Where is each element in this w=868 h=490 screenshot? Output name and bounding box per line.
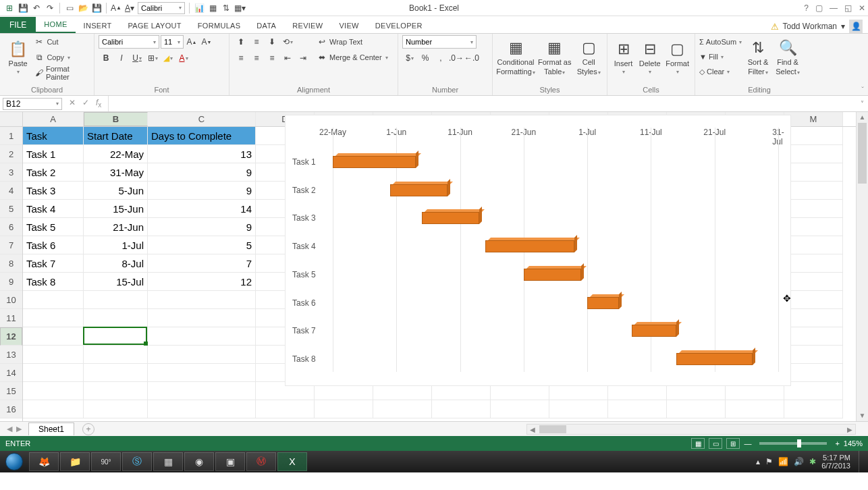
cell[interactable]: 14 [148, 200, 256, 218]
cell-styles-button[interactable]: ▢CellStyles▾ [574, 35, 603, 80]
tab-insert[interactable]: INSERT [76, 18, 120, 33]
fill-color-button[interactable]: ◢▾ [161, 51, 175, 65]
font-grow-icon[interactable]: A▲ [111, 3, 121, 13]
system-clock[interactable]: 5:17 PM 6/7/2013 [821, 454, 850, 470]
minimize-icon[interactable]: — [830, 3, 838, 13]
formula-input[interactable] [108, 96, 856, 111]
column-header[interactable]: B [84, 112, 148, 126]
tray-app-icon[interactable]: ✱ [809, 457, 816, 466]
page-layout-view-button[interactable]: ▭ [709, 438, 722, 449]
zoom-slider[interactable] [759, 442, 827, 445]
chart-bar[interactable] [390, 184, 447, 196]
clear-button[interactable]: ◇Clear▾ [699, 65, 742, 78]
row-header[interactable]: 4 [0, 182, 22, 200]
delete-cells-button[interactable]: ⊟Delete▾ [638, 35, 661, 80]
taskbar-excel[interactable]: X [277, 452, 307, 471]
row-header[interactable]: 12 [0, 327, 22, 346]
paste-button[interactable]: 📋 Paste▾ [4, 35, 32, 80]
find-select-button[interactable]: 🔍Find &Select▾ [774, 35, 801, 80]
row-header[interactable]: 3 [0, 163, 22, 182]
cell[interactable] [784, 127, 843, 145]
row-header[interactable]: 7 [0, 236, 22, 254]
save-icon[interactable]: 💾 [18, 3, 28, 13]
grow-font-button[interactable]: A▲ [185, 35, 198, 49]
cell[interactable]: 9 [148, 163, 256, 182]
cell[interactable] [784, 309, 843, 327]
cell[interactable] [784, 182, 843, 200]
cell[interactable]: 8-Jul [84, 254, 148, 273]
tab-developer[interactable]: DEVELOPER [367, 18, 431, 33]
ribbon-options-icon[interactable]: ▢ [815, 3, 823, 13]
cell[interactable] [148, 327, 256, 346]
align-left-button[interactable]: ≡ [234, 51, 248, 65]
cell[interactable] [784, 254, 843, 273]
font-color-button[interactable]: A▾ [176, 51, 191, 65]
cell[interactable] [23, 327, 84, 346]
cell[interactable]: 31-May [84, 163, 148, 182]
cell[interactable] [608, 400, 667, 418]
cell[interactable]: Task 2 [23, 163, 84, 182]
cell[interactable] [84, 291, 148, 309]
fx-icon[interactable]: fx [96, 98, 101, 109]
align-bottom-button[interactable]: ⬇ [265, 35, 279, 49]
cell[interactable]: Task 8 [23, 273, 84, 291]
close-icon[interactable]: ✕ [859, 3, 865, 13]
zoom-out-button[interactable]: — [744, 439, 751, 447]
cell[interactable] [84, 327, 148, 346]
cell[interactable] [373, 400, 432, 418]
align-right-button[interactable]: ≡ [265, 51, 279, 65]
cell[interactable] [784, 291, 843, 309]
outdent-button[interactable]: ⇤ [280, 51, 295, 65]
taskbar-skype[interactable]: Ⓢ [122, 452, 152, 471]
name-box[interactable]: B12▾ [3, 98, 62, 110]
row-header[interactable]: 9 [0, 273, 22, 291]
row-header[interactable]: 8 [0, 254, 22, 273]
tray-volume-icon[interactable]: 🔊 [794, 457, 804, 466]
cell[interactable] [784, 163, 843, 182]
row-header[interactable]: 16 [0, 400, 22, 418]
row-header[interactable]: 1 [0, 127, 22, 145]
new-icon[interactable]: ▭ [64, 3, 75, 13]
cell[interactable]: 15-Jun [84, 200, 148, 218]
cell[interactable] [784, 327, 843, 346]
conditional-formatting-button[interactable]: ▦ConditionalFormatting▾ [497, 35, 535, 80]
taskbar-weather[interactable]: 90° [91, 452, 121, 471]
cell[interactable]: Task 5 [23, 218, 84, 236]
tab-formulas[interactable]: FORMULAS [190, 18, 249, 33]
cell[interactable] [148, 400, 256, 418]
format-cells-button[interactable]: ▢Format▾ [664, 35, 690, 80]
chart-bar[interactable] [676, 353, 753, 365]
cell[interactable] [148, 346, 256, 364]
row-header[interactable]: 2 [0, 145, 22, 163]
cell[interactable] [784, 200, 843, 218]
cell[interactable]: 9 [148, 182, 256, 200]
chart-bar[interactable] [587, 297, 619, 309]
number-format-select[interactable]: Number▾ [402, 35, 477, 49]
sheet-nav-next-icon[interactable]: ▶ [16, 425, 22, 433]
font-color-icon[interactable]: A▾ [124, 3, 135, 13]
save2-icon[interactable]: 💾 [91, 3, 102, 13]
tab-page-layout[interactable]: PAGE LAYOUT [120, 18, 190, 33]
sort-icon[interactable]: ⇅ [221, 3, 232, 13]
cell[interactable]: Task 7 [23, 254, 84, 273]
format-painter-button[interactable]: 🖌Format Painter [34, 66, 90, 80]
format-as-table-button[interactable]: ▦Format asTable▾ [537, 35, 572, 80]
autosum-button[interactable]: ΣAutoSum▾ [699, 35, 742, 49]
qat-font-select[interactable]: Calibri▾ [138, 2, 185, 14]
cell[interactable] [432, 400, 491, 418]
cell[interactable]: 15-Jul [84, 273, 148, 291]
zoom-level[interactable]: 145% [844, 439, 863, 447]
column-header[interactable]: M [784, 112, 843, 126]
currency-button[interactable]: $▾ [402, 51, 417, 65]
row-header[interactable]: 11 [0, 309, 22, 327]
cell[interactable] [491, 400, 549, 418]
taskbar-mcafee[interactable]: Ⓜ [246, 452, 276, 471]
cell[interactable] [784, 236, 843, 254]
italic-button[interactable]: I [114, 51, 129, 65]
cell[interactable] [84, 309, 148, 327]
file-tab[interactable]: FILE [0, 17, 36, 33]
chart-icon[interactable]: 📊 [194, 3, 205, 13]
page-break-view-button[interactable]: ⊞ [726, 438, 740, 449]
chart-bar[interactable] [422, 212, 479, 224]
cell[interactable] [256, 400, 315, 418]
